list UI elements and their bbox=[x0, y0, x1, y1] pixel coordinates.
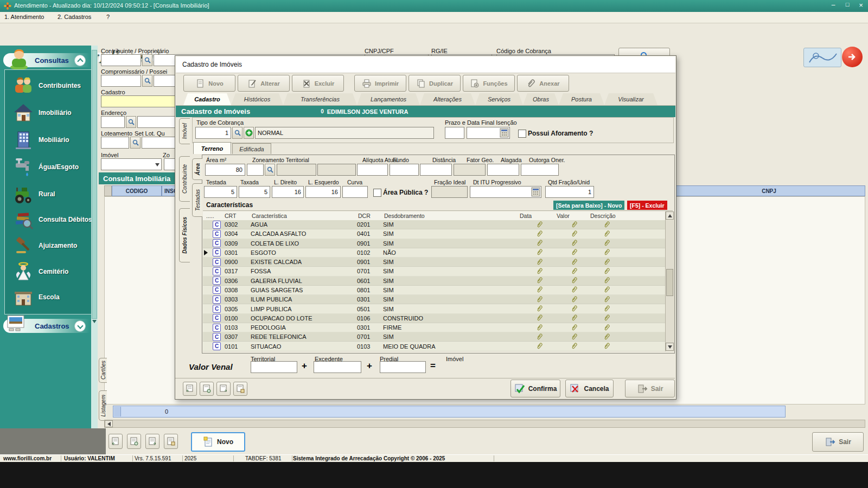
endereco-search-button[interactable] bbox=[126, 116, 136, 128]
menu-item-atendimento[interactable]: 1. Atendimento bbox=[4, 14, 44, 20]
minimize-button[interactable]: – bbox=[827, 1, 840, 10]
rural-icon bbox=[12, 183, 34, 205]
sidebar-scroll-thumb[interactable] bbox=[92, 50, 97, 319]
agua-esgoto-icon bbox=[12, 156, 34, 178]
expand-chevron-icon[interactable] bbox=[74, 320, 86, 332]
functions-icon bbox=[470, 79, 480, 88]
dialog-title: Cadastro de Imóveis bbox=[182, 61, 242, 68]
novo-main-button[interactable]: Novo bbox=[191, 432, 245, 452]
sidebar-item-consulta-debitos[interactable]: Consulta Débitos bbox=[12, 206, 95, 233]
grid-header-codigo[interactable]: CODIGO bbox=[112, 185, 162, 196]
nav-next-button[interactable] bbox=[145, 434, 159, 449]
ajuizamento-icon bbox=[12, 235, 34, 256]
tab-historicos[interactable]: Históricos bbox=[231, 93, 283, 105]
maximize-button[interactable]: □ bbox=[841, 1, 854, 10]
tab-lancamentos[interactable]: Lançamentos bbox=[357, 93, 420, 105]
new-icon bbox=[195, 79, 205, 88]
mdi-background bbox=[0, 428, 106, 454]
attach-icon bbox=[526, 79, 536, 88]
cadastro-imoveis-dialog: Cadastro de Imóveis Novo Alterar Excluir… bbox=[175, 55, 676, 400]
escola-icon bbox=[12, 286, 34, 308]
cadastros-label: Cadastros bbox=[35, 322, 69, 330]
scroll-left-icon[interactable] bbox=[105, 420, 113, 427]
print-icon bbox=[362, 79, 372, 88]
codigo-cobranca-label: Código de Cobrança bbox=[496, 48, 551, 54]
toolbar-duplicar-button[interactable]: Duplicar bbox=[409, 75, 461, 92]
sidebar-item-contribuintes[interactable]: Contribuintes bbox=[12, 72, 95, 99]
contribuinte-search-button[interactable] bbox=[142, 54, 152, 66]
cemiterio-label: Cemitério bbox=[39, 268, 68, 275]
sidebar-item-imobiliario[interactable]: Imobiliário bbox=[12, 99, 95, 126]
nav-last-button[interactable] bbox=[164, 434, 178, 449]
sidebar-scroll-down-icon[interactable] bbox=[92, 323, 97, 333]
tab-servicos[interactable]: Serviços bbox=[475, 93, 523, 105]
sidebar-item-rural[interactable]: Rural bbox=[12, 181, 95, 208]
close-button[interactable]: × bbox=[855, 1, 867, 10]
setlot-label: Set Lot. Qu bbox=[135, 130, 165, 137]
sidebar-item-escola[interactable]: Escola bbox=[12, 284, 95, 311]
compromissario-code-input[interactable] bbox=[101, 75, 141, 87]
endereco-code-input[interactable] bbox=[101, 116, 125, 128]
tab-cadastro[interactable]: Cadastro bbox=[183, 93, 231, 105]
loteamento-search-button[interactable] bbox=[130, 137, 141, 149]
tab-visualizar[interactable]: Visualizar bbox=[604, 93, 658, 105]
dialog-header-code: 0 bbox=[321, 108, 324, 114]
collapse-chevron-icon[interactable] bbox=[74, 55, 86, 66]
toolbar-imprimir-button[interactable]: Imprimir bbox=[354, 75, 406, 92]
count-value: 0 bbox=[165, 408, 168, 415]
menu-item-help[interactable]: ? bbox=[106, 14, 110, 20]
toolbar-excluir-button[interactable]: Excluir bbox=[292, 75, 344, 92]
rg-label: RG/IE bbox=[431, 48, 448, 54]
imovel-combo[interactable] bbox=[101, 158, 162, 170]
tab-listagem[interactable]: Listagem bbox=[99, 390, 107, 421]
exit-globe-button[interactable] bbox=[842, 47, 863, 67]
nav-first-button[interactable] bbox=[108, 434, 123, 449]
loteamento-code-input[interactable] bbox=[101, 137, 129, 149]
cnpj-label: CNPJ/CPF bbox=[365, 48, 394, 54]
toolbar-funcoes-button[interactable]: Funções bbox=[463, 75, 515, 92]
consultas-label: Consultas bbox=[35, 56, 69, 65]
menu-item-cadastros[interactable]: 2. Cadastros bbox=[58, 14, 91, 20]
section-title: Consulta Imobiliária bbox=[103, 175, 170, 183]
consultas-person-icon bbox=[7, 47, 31, 70]
status-year: 2025 bbox=[181, 455, 234, 461]
tab-postura[interactable]: Postura bbox=[559, 93, 604, 105]
contribuintes-icon bbox=[12, 75, 34, 97]
contribuintes-label: Contribuintes bbox=[39, 82, 81, 89]
toolbar-anexar-button[interactable]: Anexar bbox=[517, 75, 569, 92]
compromissario-search-button[interactable] bbox=[142, 75, 152, 87]
imovel-label: Imóvel bbox=[101, 152, 118, 158]
contribuinte-code-input[interactable] bbox=[101, 54, 141, 66]
sidebar-item-mobiliario[interactable]: Mobiliário bbox=[12, 126, 95, 153]
menu-bar: 1. Atendimento 2. Cadastros ? bbox=[0, 12, 868, 23]
tab-cartoes[interactable]: Cartões bbox=[99, 358, 107, 383]
header-picture bbox=[803, 48, 841, 67]
tab-alteracoes[interactable]: Alterações bbox=[420, 93, 475, 105]
tab-transferencias[interactable]: Transferências bbox=[283, 93, 357, 105]
horizontal-scrollbar[interactable] bbox=[104, 420, 865, 428]
toolbar-novo-button[interactable]: Novo bbox=[183, 75, 235, 92]
sidebar-item-cemiterio[interactable]: Cemitério bbox=[12, 258, 95, 285]
count-row[interactable]: 0 bbox=[113, 406, 786, 418]
cadastro-label: Cadastro bbox=[101, 89, 125, 95]
grid-header-cnpj[interactable]: CNPJ bbox=[673, 185, 865, 196]
sidebar-scrollbar[interactable] bbox=[91, 46, 98, 428]
status-bar: www.fiorilli.com.br Usuário: VALENTIM Vr… bbox=[0, 454, 868, 463]
window-title: Atendimento - Atualizado dia: 10/12/2024… bbox=[14, 2, 209, 9]
sidebar-item-agua-esgoto[interactable]: Água/Esgoto bbox=[12, 153, 95, 181]
dialog-section-header: Cadastro de Imóveis 0 EDIMILSON JOSE VEN… bbox=[176, 106, 675, 117]
ajuizamento-label: Ajuizamento bbox=[39, 242, 77, 249]
exit-icon bbox=[825, 436, 835, 447]
contribuinte-label: Contribuinte / Proprietário bbox=[101, 48, 169, 54]
escola-label: Escola bbox=[39, 293, 60, 301]
app-header: Atendimento PREFEITURA MUNICIPAL DE LAMB… bbox=[0, 23, 868, 46]
nav-prev-button[interactable] bbox=[127, 434, 141, 449]
tab-obras[interactable]: Obras bbox=[523, 93, 559, 105]
toolbar-alterar-button[interactable]: Alterar bbox=[238, 75, 290, 92]
sidebar-item-ajuizamento[interactable]: Ajuizamento bbox=[12, 232, 95, 259]
new-document-icon bbox=[203, 436, 214, 447]
imobiliario-label: Imobiliário bbox=[39, 109, 72, 117]
status-copyright: Sistema Integrado de Arrecadação Copyrig… bbox=[291, 455, 494, 461]
chevron-down-icon bbox=[155, 163, 159, 166]
sair-main-button[interactable]: Sair bbox=[812, 432, 864, 452]
